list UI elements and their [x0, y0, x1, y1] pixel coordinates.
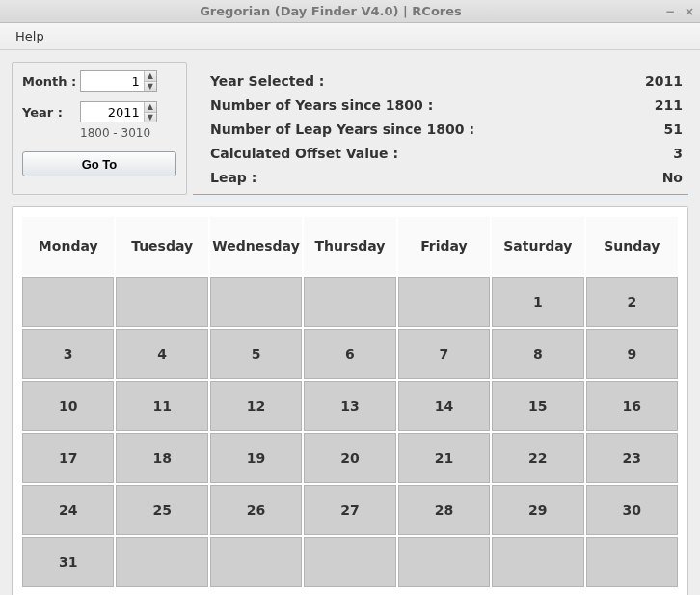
calendar-cell[interactable]: 9 [586, 329, 678, 379]
calendar-cell[interactable]: 27 [304, 485, 395, 535]
calendar-cell[interactable]: 5 [210, 329, 302, 379]
calendar-cell[interactable]: 25 [116, 485, 207, 535]
minimize-icon[interactable]: − [665, 7, 675, 16]
calendar-row: 17181920212223 [22, 433, 678, 483]
calendar-cell[interactable]: 31 [22, 537, 114, 587]
window-titlebar: Gregorian (Day Finder V4.0) | RCores − × [0, 0, 700, 23]
calendar-cell[interactable] [398, 537, 490, 587]
leap-value: No [662, 166, 683, 190]
calendar-header-row: Monday Tuesday Wednesday Thursday Friday… [22, 217, 678, 275]
calendar-cell[interactable]: 30 [586, 485, 678, 535]
window-title: Gregorian (Day Finder V4.0) | RCores [6, 4, 656, 18]
calendar-cell[interactable]: 20 [304, 433, 395, 483]
input-panel: Month : ▲ ▼ Year : ▲ ▼ [12, 62, 187, 195]
calendar-cell[interactable]: 29 [492, 485, 583, 535]
leap-label: Leap : [210, 166, 256, 190]
calendar-row: 31 [22, 537, 678, 587]
calendar-cell[interactable]: 13 [304, 381, 395, 431]
offset-label: Calculated Offset Value : [210, 142, 398, 166]
year-spin-up-icon[interactable]: ▲ [145, 102, 156, 113]
years-since-value: 211 [655, 94, 683, 118]
calendar-cell[interactable] [398, 277, 490, 327]
offset-value: 3 [673, 142, 683, 166]
day-header: Thursday [304, 217, 395, 275]
calendar-panel: Monday Tuesday Wednesday Thursday Friday… [12, 206, 688, 595]
calendar-cell[interactable]: 18 [116, 433, 207, 483]
year-range-hint: 1800 - 3010 [80, 126, 176, 140]
year-selected-label: Year Selected : [210, 69, 324, 94]
calendar-row: 24252627282930 [22, 485, 678, 535]
calendar-cell[interactable] [304, 537, 395, 587]
info-panel: Year Selected : 2011 Number of Years sin… [193, 62, 688, 195]
month-input[interactable] [81, 71, 144, 91]
calendar-cell[interactable]: 2 [586, 277, 678, 327]
calendar-cell[interactable]: 11 [116, 381, 207, 431]
calendar-cell[interactable]: 17 [22, 433, 114, 483]
month-spinner[interactable]: ▲ ▼ [80, 70, 157, 92]
calendar-cell[interactable] [210, 537, 302, 587]
year-selected-value: 2011 [645, 69, 683, 94]
month-spin-up-icon[interactable]: ▲ [145, 71, 156, 82]
go-to-button[interactable]: Go To [22, 151, 176, 176]
calendar-cell[interactable]: 3 [22, 329, 114, 379]
calendar-table: Monday Tuesday Wednesday Thursday Friday… [20, 215, 680, 589]
calendar-cell[interactable] [116, 537, 207, 587]
calendar-cell[interactable]: 26 [210, 485, 302, 535]
calendar-cell[interactable]: 21 [398, 433, 490, 483]
calendar-cell[interactable]: 10 [22, 381, 114, 431]
content-area: Month : ▲ ▼ Year : ▲ ▼ [0, 50, 700, 595]
calendar-cell[interactable]: 12 [210, 381, 302, 431]
calendar-cell[interactable]: 4 [116, 329, 207, 379]
years-since-label: Number of Years since 1800 : [210, 94, 433, 118]
month-spin-down-icon[interactable]: ▼ [145, 82, 156, 92]
day-header: Saturday [492, 217, 583, 275]
calendar-cell[interactable]: 1 [492, 277, 583, 327]
calendar-row: 10111213141516 [22, 381, 678, 431]
calendar-cell[interactable]: 6 [304, 329, 395, 379]
calendar-cell[interactable]: 15 [492, 381, 583, 431]
calendar-cell[interactable] [586, 537, 678, 587]
calendar-cell[interactable]: 14 [398, 381, 490, 431]
leap-since-label: Number of Leap Years since 1800 : [210, 118, 474, 142]
calendar-cell[interactable]: 24 [22, 485, 114, 535]
calendar-row: 12 [22, 277, 678, 327]
calendar-cell[interactable] [22, 277, 114, 327]
leap-since-value: 51 [664, 118, 683, 142]
menu-help[interactable]: Help [10, 25, 50, 47]
calendar-cell[interactable]: 19 [210, 433, 302, 483]
calendar-cell[interactable]: 23 [586, 433, 678, 483]
month-label: Month : [22, 74, 80, 89]
day-header: Tuesday [116, 217, 207, 275]
year-label: Year : [22, 105, 80, 120]
year-input[interactable] [81, 102, 144, 122]
calendar-cell[interactable]: 8 [492, 329, 583, 379]
day-header: Sunday [586, 217, 678, 275]
menubar: Help [0, 23, 700, 50]
close-icon[interactable]: × [685, 7, 694, 16]
calendar-cell[interactable]: 7 [398, 329, 490, 379]
year-spin-down-icon[interactable]: ▼ [145, 113, 156, 122]
calendar-row: 3456789 [22, 329, 678, 379]
calendar-cell[interactable] [304, 277, 395, 327]
day-header: Wednesday [210, 217, 302, 275]
day-header: Friday [398, 217, 490, 275]
day-header: Monday [22, 217, 114, 275]
calendar-cell[interactable] [116, 277, 207, 327]
calendar-cell[interactable]: 28 [398, 485, 490, 535]
calendar-cell[interactable] [492, 537, 583, 587]
year-spinner[interactable]: ▲ ▼ [80, 101, 157, 122]
calendar-cell[interactable]: 16 [586, 381, 678, 431]
calendar-cell[interactable]: 22 [492, 433, 583, 483]
calendar-cell[interactable] [210, 277, 302, 327]
